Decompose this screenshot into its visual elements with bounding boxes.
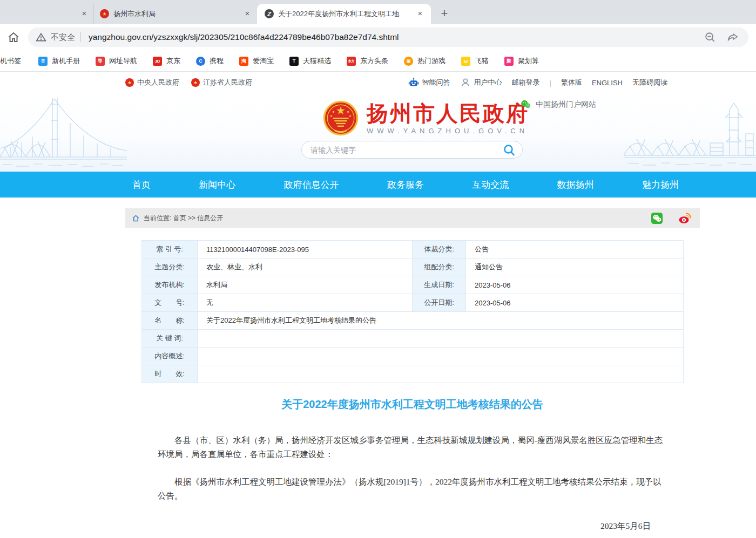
traditional-chinese-link[interactable]: 繁体版 [561, 78, 582, 87]
meta-value [198, 330, 684, 348]
bookmark-fliggy[interactable]: ω 飞猪 [461, 56, 489, 66]
meta-value: 水利局 [198, 276, 413, 294]
meta-label: 主题分类: [142, 258, 198, 276]
mail-login-link[interactable]: 邮箱登录 [512, 78, 540, 87]
bookmark-label: 天猫精选 [303, 56, 331, 66]
bridge-artwork-right [624, 93, 756, 172]
accessibility-link[interactable]: 无障碍阅读 [632, 78, 667, 87]
table-row: 主题分类: 农业、林业、水利 组配分类: 通知公告 [142, 258, 684, 276]
nav-item-news[interactable]: 新闻中心 [199, 179, 235, 191]
bookmark-juhuasuan[interactable]: 聚 聚划算 [504, 56, 539, 66]
meta-label: 时 效: [142, 365, 198, 383]
gov-link-label: 中央人民政府 [137, 78, 179, 87]
meta-value: 2023-05-06 [466, 276, 684, 294]
breadcrumb[interactable]: 当前位置: 首页 >> 信息公开 [144, 214, 223, 223]
bookmark-label: 机书签 [0, 56, 21, 66]
nav-site-icon: 导 [96, 57, 105, 66]
bookmark-phone-bookmarks[interactable]: 机书签 [0, 56, 21, 66]
site-utility-bar: ★ 中央人民政府 ★ 江苏省人民政府 智能问答 用户中心 邮箱登录 | 繁体版 … [0, 72, 756, 93]
site-logo[interactable]: 扬州市人民政府 WWW.YANGZHOU.GOV.CN [323, 100, 529, 136]
address-bar[interactable]: 不安全 yangzhou.gov.cn/yzszxxgk/slj/202305/… [28, 28, 748, 47]
table-row: 文 号: 无 公开日期: 2023-05-06 [142, 294, 684, 312]
bookmark-label: 新机手册 [52, 56, 80, 66]
article: 关于2022年度扬州市水利工程文明工地考核结果的公告 各县（市、区）水利（务）局… [141, 397, 683, 538]
bookmark-tmall[interactable]: T 天猫精选 [289, 56, 331, 66]
nav-item-services[interactable]: 政务服务 [387, 179, 424, 191]
meta-value: 2023-05-06 [466, 294, 684, 312]
tab-close-icon[interactable]: × [79, 9, 90, 19]
site-name: 扬州市人民政府 [367, 101, 529, 125]
site-favicon-icon: Z [265, 9, 274, 18]
not-secure-warning-icon[interactable] [36, 32, 46, 43]
nav-item-interaction[interactable]: 互动交流 [472, 179, 509, 191]
new-tab-button[interactable]: + [436, 5, 453, 22]
link-jiangsu-government[interactable]: ★ 江苏省人民政府 [191, 78, 252, 87]
national-emblem-icon [323, 100, 359, 136]
dolphin-icon: C [196, 57, 205, 66]
wechat-share-icon[interactable] [651, 212, 663, 224]
meta-label: 内容概述: [142, 348, 198, 365]
table-row: 发布机构: 水利局 生成日期: 2023-05-06 [142, 276, 684, 294]
bookmark-aitaobao[interactable]: 淘 爱淘宝 [239, 56, 274, 66]
meta-label: 发布机构: [142, 276, 198, 294]
home-icon[interactable] [6, 30, 21, 44]
bookmark-label: 热门游戏 [417, 56, 446, 66]
bookmark-url-navigation[interactable]: 导 网址导航 [96, 56, 137, 66]
bookmark-label: 网址导航 [109, 56, 137, 66]
tab-partial[interactable]: × [0, 4, 93, 24]
game-icon: ▣ [404, 57, 413, 66]
tab-yangzhou-water-bureau[interactable]: ★ 扬州市水利局 × [93, 4, 257, 24]
bookmark-eastday[interactable]: 东方 东方头条 [347, 56, 388, 66]
meta-label: 公开日期: [413, 294, 466, 312]
meta-value [198, 365, 684, 383]
meta-value: 11321000014407098E-2023-095 [198, 241, 413, 258]
nav-item-info-disclosure[interactable]: 政府信息公开 [284, 179, 339, 191]
bookmark-ctrip[interactable]: C 携程 [196, 56, 224, 66]
weibo-share-icon[interactable] [678, 212, 691, 224]
article-date: 2023年5月6日 [141, 521, 651, 532]
user-center-link[interactable]: 用户中心 [474, 78, 502, 87]
meta-label: 索 引 号: [142, 241, 198, 258]
nav-item-home[interactable]: 首页 [132, 179, 151, 191]
link-central-government[interactable]: ★ 中央人民政府 [125, 78, 179, 87]
content-card: 当前位置: 首页 >> 信息公开 索 引 号: 1132100001440 [125, 208, 700, 538]
browser-address-row: 不安全 yangzhou.gov.cn/yzszxxgk/slj/202305/… [0, 24, 756, 51]
bookmark-new-phone-manual[interactable]: ≣ 新机手册 [38, 56, 80, 66]
breadcrumb-home-icon[interactable] [132, 214, 140, 222]
eastday-icon: 东方 [347, 57, 356, 66]
main-navigation: 首页 新闻中心 政府信息公开 政务服务 互动交流 数据扬州 魅力扬州 [0, 172, 756, 198]
url-text[interactable]: yangzhou.gov.cn/yzszxxgk/slj/202305/210c… [89, 32, 693, 42]
article-paragraph: 各县（市、区）水利（务）局，扬州经济开发区城乡事务管理局，生态科技新城规划建设局… [158, 433, 667, 461]
site-domain: WWW.YANGZHOU.GOV.CN [367, 127, 529, 135]
meta-label: 体裁分类: [413, 241, 466, 258]
meta-value: 关于2022年度扬州市水利工程文明工地考核结果的公告 [198, 312, 684, 330]
wechat-globe-icon [520, 99, 531, 110]
nav-item-data-yangzhou[interactable]: 数据扬州 [557, 179, 594, 191]
english-link[interactable]: ENGLISH [592, 79, 623, 87]
taobao-icon: 淘 [239, 57, 248, 66]
zoom-out-icon[interactable] [704, 31, 716, 43]
bookmark-jd[interactable]: JD 京东 [153, 56, 180, 66]
site-banner: 扬州市人民政府 WWW.YANGZHOU.GOV.CN 中国扬州门户网站 [0, 93, 756, 172]
meta-label: 组配分类: [413, 258, 466, 276]
meta-value [198, 348, 684, 365]
portal-link[interactable]: 中国扬州门户网站 [520, 99, 596, 110]
tab-active-announcement[interactable]: Z 关于2022年度扬州市水利工程文明工地 × [257, 4, 431, 24]
search-bar[interactable] [301, 141, 523, 159]
smart-qa-link[interactable]: 智能问答 [422, 78, 450, 87]
document-meta-table: 索 引 号: 11321000014407098E-2023-095 体裁分类:… [141, 240, 684, 383]
bookmark-label: 携程 [210, 56, 224, 66]
tab-close-icon[interactable]: × [415, 9, 426, 19]
gov-emblem-icon: ★ [191, 78, 200, 87]
tab-close-icon[interactable]: × [242, 9, 253, 19]
table-row: 时 效: [142, 365, 684, 383]
search-input[interactable] [310, 146, 503, 154]
bookmark-label: 东方头条 [360, 56, 388, 66]
bookmark-hot-games[interactable]: ▣ 热门游戏 [404, 56, 446, 66]
share-icon[interactable] [727, 31, 739, 43]
tab-title: 扬州市水利局 [113, 9, 242, 19]
search-icon[interactable] [503, 144, 516, 156]
nav-item-charming-yangzhou[interactable]: 魅力扬州 [642, 179, 679, 191]
table-row: 名 称: 关于2022年度扬州市水利工程文明工地考核结果的公告 [142, 312, 684, 330]
ju-icon: 聚 [504, 57, 514, 66]
